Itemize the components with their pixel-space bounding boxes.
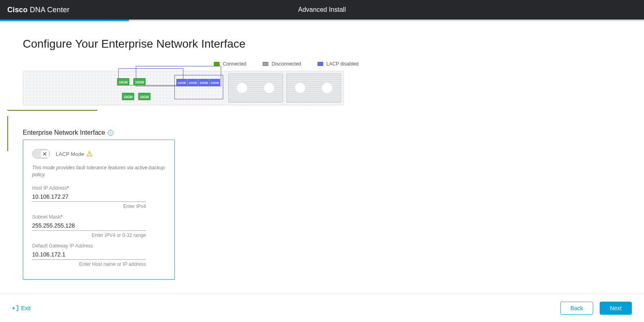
app-header: Cisco DNA Center Advanced Install: [0, 0, 644, 20]
port-legend: Connected Disconnected LACP disabled: [214, 61, 621, 67]
port-10gb[interactable]: 10GB: [198, 79, 209, 86]
lacp-toggle-label: LACP Mode: [56, 151, 84, 157]
toggle-knob: [41, 150, 49, 158]
gateway-label: Default Gateway IP Address: [32, 243, 165, 249]
warning-icon: [87, 151, 92, 157]
swatch-disconnected-icon: [263, 62, 268, 66]
appliance-diagram: 10GB 10GB 10GB 10GB 10GB 10GB 10GB 10GB: [23, 71, 344, 105]
selection-box-icon: [174, 75, 223, 99]
brand-label: Cisco DNA Center: [7, 6, 70, 14]
required-mark: *: [67, 185, 69, 191]
wizard-footer: Exit Back Next: [0, 294, 644, 322]
gateway-input[interactable]: [32, 250, 146, 260]
port-10gb[interactable]: 10GB: [187, 79, 198, 86]
fan-module-icon: [228, 73, 283, 103]
brand-light: DNA Center: [30, 6, 70, 14]
legend-disconnected-label: Disconnected: [272, 61, 301, 67]
subnet-input[interactable]: [32, 221, 146, 231]
port-10gb[interactable]: 10GB: [117, 78, 129, 85]
legend-disconnected: Disconnected: [263, 61, 301, 67]
port-10gb[interactable]: 10GB: [209, 79, 220, 86]
port-10gb[interactable]: 10GB: [138, 93, 150, 100]
legend-lacp-disabled: LACP disabled: [318, 61, 359, 67]
wizard-buttons: Back Next: [560, 302, 632, 315]
port-10gb[interactable]: 10GB: [176, 79, 187, 86]
legend-connected-label: Connected: [223, 61, 246, 67]
subnet-field: Subnet Mask*: [32, 214, 165, 231]
host-ip-label: Host IP Address*: [32, 185, 165, 191]
required-mark: *: [61, 214, 63, 220]
subnet-hint: Enter IPV4 or 0-32 range: [32, 232, 146, 238]
enterprise-interface-card: LACP Mode This mode provides fault toler…: [23, 140, 175, 280]
brand-strong: Cisco: [7, 6, 28, 14]
port-10gb[interactable]: 10GB: [122, 93, 134, 100]
connector-line-icon: [7, 116, 8, 151]
subnet-label-text: Subnet Mask: [32, 214, 61, 220]
gateway-field: Default Gateway IP Address: [32, 243, 165, 260]
gateway-hint: Enter Host name or IP address: [32, 261, 146, 267]
lacp-toggle[interactable]: [32, 149, 50, 159]
close-icon: [42, 151, 47, 156]
fan-module-icon: [286, 73, 341, 103]
legend-lacp-label: LACP disabled: [326, 61, 359, 67]
install-mode-title: Advanced Install: [298, 6, 346, 13]
exit-icon: [12, 305, 19, 311]
page-body: Configure Your Enterprise Network Interf…: [0, 21, 644, 294]
host-ip-field: Host IP Address*: [32, 185, 165, 202]
host-ip-hint: Enter IPv4: [32, 204, 146, 209]
back-button[interactable]: Back: [560, 302, 593, 315]
exit-link[interactable]: Exit: [12, 305, 30, 311]
host-ip-label-text: Host IP Address: [32, 185, 67, 191]
swatch-lacp-icon: [318, 62, 323, 66]
section-title: Enterprise Network Interface: [23, 129, 105, 136]
mode-description: This mode provides fault tolerance featu…: [32, 164, 165, 179]
next-button[interactable]: Next: [600, 302, 632, 315]
page-title: Configure Your Enterprise Network Interf…: [23, 37, 621, 50]
exit-label: Exit: [21, 305, 30, 311]
subnet-label: Subnet Mask*: [32, 214, 165, 220]
host-ip-input[interactable]: [32, 192, 146, 202]
lacp-toggle-label-row: LACP Mode: [56, 151, 92, 157]
svg-point-0: [89, 155, 90, 156]
port-10gb[interactable]: 10GB: [133, 78, 146, 85]
lacp-toggle-row: LACP Mode: [32, 149, 165, 159]
info-icon[interactable]: i: [108, 130, 113, 136]
swatch-connected-icon: [214, 62, 220, 66]
connector-line-icon: [7, 110, 98, 111]
svg-rect-1: [89, 153, 89, 154]
section-title-row: Enterprise Network Interface i: [23, 129, 621, 136]
